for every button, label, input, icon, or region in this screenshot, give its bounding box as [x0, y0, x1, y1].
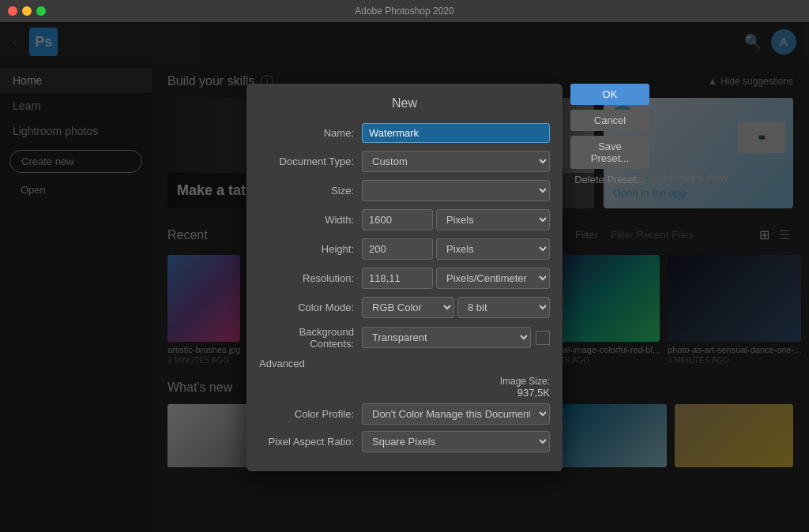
resolution-control: Pixels/Centimeter Pixels/Inch [362, 268, 550, 289]
modal-body: New Name: Document Type: Custom U.S. Pap… [246, 84, 563, 471]
color-swatch[interactable] [536, 331, 550, 345]
height-control: Pixels Inches Centimeters [362, 238, 550, 260]
ok-button[interactable]: OK [570, 84, 649, 105]
size-row: Size: [259, 180, 550, 201]
height-row: Height: Pixels Inches Centimeters [259, 238, 550, 260]
name-input[interactable] [362, 123, 550, 143]
width-input[interactable] [362, 209, 433, 230]
pixel-aspect-control: Square Pixels Custom [362, 431, 550, 452]
maximize-dot[interactable] [36, 6, 46, 16]
color-mode-select[interactable]: RGB Color CMYK Color Grayscale [362, 297, 454, 318]
height-label: Height: [259, 243, 362, 255]
width-row: Width: Pixels Inches Centimeters [259, 209, 550, 230]
color-mode-control: RGB Color CMYK Color Grayscale 8 bit 16 … [362, 297, 550, 318]
name-row: Name: [259, 123, 550, 143]
name-control [362, 123, 550, 143]
name-label: Name: [259, 127, 362, 139]
resolution-unit-select[interactable]: Pixels/Centimeter Pixels/Inch [436, 268, 550, 289]
background-label: Background Contents: [259, 326, 362, 350]
height-unit-select[interactable]: Pixels Inches Centimeters [436, 238, 550, 260]
advanced-toggle[interactable]: Advanced [259, 358, 305, 369]
image-size-value: 937,5K [517, 387, 550, 399]
color-mode-label: Color Mode: [259, 302, 362, 313]
width-control: Pixels Inches Centimeters [362, 209, 550, 230]
pixel-aspect-label: Pixel Aspect Ratio: [259, 436, 362, 448]
size-select[interactable] [362, 180, 550, 201]
minimize-dot[interactable] [22, 6, 32, 16]
close-dot[interactable] [8, 6, 17, 16]
bit-depth-select[interactable]: 8 bit 16 bit 32 bit [457, 297, 550, 318]
advanced-section: Advanced Image Size: 937,5K Color Profil… [259, 358, 550, 452]
window-controls[interactable] [8, 6, 46, 16]
modal-overlay: New Name: Document Type: Custom U.S. Pap… [0, 22, 809, 532]
color-mode-row: Color Mode: RGB Color CMYK Color Graysca… [259, 297, 550, 318]
background-select[interactable]: Transparent White Background Color [362, 327, 531, 348]
titlebar: Adobe Photoshop 2020 [0, 0, 809, 22]
image-size-display: Image Size: 937,5K [259, 376, 550, 399]
pixel-aspect-select[interactable]: Square Pixels Custom [362, 431, 550, 452]
pixel-aspect-row: Pixel Aspect Ratio: Square Pixels Custom [259, 431, 550, 452]
color-profile-control: Don't Color Manage this Document sRGB IE… [362, 403, 550, 425]
save-preset-button[interactable]: Save Preset... [570, 136, 649, 169]
color-profile-select[interactable]: Don't Color Manage this Document sRGB IE… [362, 403, 550, 425]
color-profile-label: Color Profile: [259, 408, 362, 420]
document-type-select[interactable]: Custom U.S. Paper International Paper Ph… [362, 151, 550, 172]
resolution-label: Resolution: [259, 272, 362, 284]
size-label: Size: [259, 185, 362, 197]
new-document-dialog: New Name: Document Type: Custom U.S. Pap… [246, 84, 563, 471]
height-input[interactable] [362, 238, 433, 260]
modal-title: New [259, 96, 550, 111]
cancel-button[interactable]: Cancel [570, 110, 649, 131]
modal-buttons: OK Cancel Save Preset... Delete Preset..… [570, 84, 649, 185]
background-control: Transparent White Background Color [362, 327, 550, 348]
width-label: Width: [259, 214, 362, 226]
image-size-label: Image Size: [500, 376, 550, 387]
document-type-row: Document Type: Custom U.S. Paper Interna… [259, 151, 550, 172]
document-type-control: Custom U.S. Paper International Paper Ph… [362, 151, 550, 172]
app-title: Adobe Photoshop 2020 [355, 6, 453, 17]
resolution-input[interactable] [362, 268, 433, 289]
delete-preset-button[interactable]: Delete Preset... [570, 174, 649, 185]
resolution-row: Resolution: Pixels/Centimeter Pixels/Inc… [259, 268, 550, 289]
width-unit-select[interactable]: Pixels Inches Centimeters [436, 209, 550, 230]
document-type-label: Document Type: [259, 155, 362, 167]
color-profile-row: Color Profile: Don't Color Manage this D… [259, 403, 550, 425]
background-row: Background Contents: Transparent White B… [259, 326, 550, 350]
